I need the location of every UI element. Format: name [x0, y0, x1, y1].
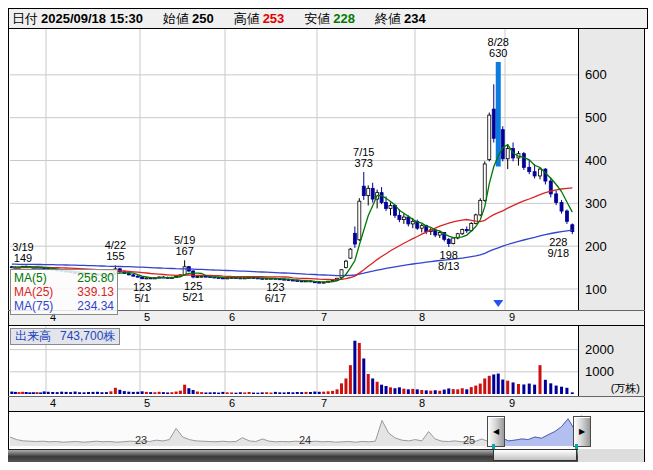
candle	[344, 261, 347, 267]
volume-bar	[51, 392, 54, 394]
volume-bar	[398, 387, 401, 394]
volume-bar	[522, 384, 525, 394]
candle	[438, 232, 441, 235]
annotation-line: 167	[175, 245, 193, 257]
month-label: 6	[229, 397, 235, 409]
candle	[132, 275, 135, 276]
ma5-line	[12, 145, 573, 282]
volume-bar	[358, 343, 361, 394]
volume-bar	[96, 392, 99, 394]
volume-bar	[474, 386, 477, 394]
candle	[371, 188, 374, 199]
volume-tick-label: 1000	[585, 364, 614, 379]
month-label: 7	[321, 397, 327, 409]
volume-bar	[221, 392, 224, 394]
annotation-line: 630	[489, 47, 507, 59]
year-label: 25	[463, 434, 475, 446]
volume-bar	[300, 392, 303, 394]
volume-bar	[39, 392, 42, 394]
price-tick-label: 500	[585, 110, 607, 125]
chart-canvas: 3/191494/221555/191671235/11255/211236/1…	[0, 0, 653, 470]
volume-bar	[447, 388, 450, 394]
volume-bar	[313, 392, 316, 394]
volume-bar	[69, 392, 72, 394]
volume-bar	[18, 392, 21, 394]
candle	[465, 229, 468, 230]
ma75-legend-row: MA(75) 234.34	[14, 299, 114, 313]
volume-bar	[141, 391, 144, 394]
volume-bar	[83, 392, 86, 394]
ma25-legend-row: MA(25) 339.13	[14, 285, 114, 299]
volume-bar	[36, 392, 39, 394]
volume-bar	[465, 389, 468, 394]
volume-bar	[544, 380, 547, 394]
month-label: 9	[509, 311, 515, 323]
price-tick-label: 600	[585, 67, 607, 82]
volume-bar	[309, 392, 312, 394]
volume-bar	[105, 392, 108, 394]
volume-bar	[438, 391, 441, 394]
volume-bar	[32, 392, 35, 394]
volume-bar	[209, 392, 212, 394]
volume-bar	[565, 388, 568, 394]
candle	[544, 169, 547, 181]
scroll-right-button[interactable]: ▶	[573, 416, 591, 447]
volume-bar	[213, 392, 216, 394]
candle	[141, 277, 144, 279]
month-label: 6	[229, 311, 235, 323]
volume-bar	[402, 389, 405, 394]
volume-bar	[248, 392, 251, 394]
volume-bar	[331, 391, 334, 394]
candle	[461, 229, 464, 233]
volume-bar	[461, 388, 464, 394]
candle	[522, 154, 525, 168]
price-tick-label: 400	[585, 153, 607, 168]
candle	[411, 221, 414, 224]
volume-bar	[256, 393, 259, 394]
candle	[479, 200, 482, 215]
candle	[367, 188, 370, 195]
candle	[565, 211, 568, 221]
ma75-label: MA(75)	[14, 299, 53, 313]
candle	[555, 194, 558, 203]
month-label: 8	[419, 397, 425, 409]
price-tick-label: 200	[585, 239, 607, 254]
scrollbar-thumb[interactable]	[493, 449, 577, 461]
volume-bar	[261, 392, 264, 394]
candle	[474, 215, 477, 224]
volume-bar	[162, 392, 165, 394]
candle	[362, 186, 365, 195]
volume-bar	[452, 389, 455, 394]
volume-bar	[411, 389, 414, 394]
year-label: 24	[299, 434, 311, 446]
candle	[402, 217, 405, 220]
month-label: 4	[50, 397, 56, 409]
ma-legend: MA(5) 256.80 MA(25) 339.13 MA(75) 234.34	[10, 269, 118, 315]
candle	[183, 267, 186, 275]
high-label: 高値	[234, 10, 260, 28]
candle	[192, 271, 195, 277]
scroll-left-button[interactable]: ◀	[487, 416, 505, 447]
ma5-value: 256.80	[77, 271, 114, 285]
candle	[136, 276, 139, 277]
volume-bar	[265, 392, 268, 394]
volume-bar	[78, 392, 81, 394]
volume-bar	[416, 389, 419, 394]
volume-tick-label: 2000	[585, 342, 614, 357]
volume-bar	[92, 392, 95, 394]
volume-bar	[549, 383, 552, 394]
range-end-tick	[575, 444, 578, 449]
low-label: 安値	[304, 10, 330, 28]
volume-bar	[512, 382, 515, 394]
quote-close: 終値 234	[375, 10, 426, 28]
candle	[385, 202, 388, 208]
low-value: 228	[333, 11, 355, 26]
quote-date: 日付 2025/09/18 15:30	[12, 10, 143, 28]
volume-bar	[60, 392, 63, 394]
volume-bar	[118, 390, 121, 394]
volume-bar	[136, 392, 139, 394]
volume-bar	[175, 392, 178, 394]
candle	[488, 115, 491, 160]
volume-bar	[192, 390, 195, 394]
volume-bar	[322, 392, 325, 394]
